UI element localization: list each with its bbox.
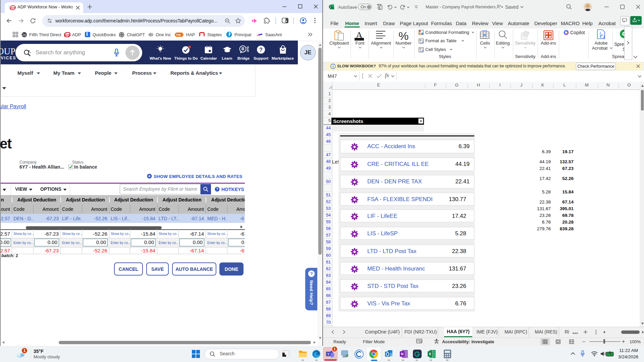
- svg-text:λ: λ: [599, 31, 601, 35]
- svg-text:T: T: [327, 353, 329, 356]
- svg-text:?: ?: [310, 271, 313, 276]
- svg-text:?: ?: [259, 47, 263, 53]
- svg-text:B: B: [241, 47, 245, 51]
- svg-text:?: ?: [216, 187, 218, 191]
- svg-text:ADP: ADP: [10, 7, 15, 9]
- svg-text:X: X: [429, 352, 431, 356]
- svg-text:ADP: ADP: [65, 34, 70, 37]
- svg-text:N: N: [401, 352, 404, 356]
